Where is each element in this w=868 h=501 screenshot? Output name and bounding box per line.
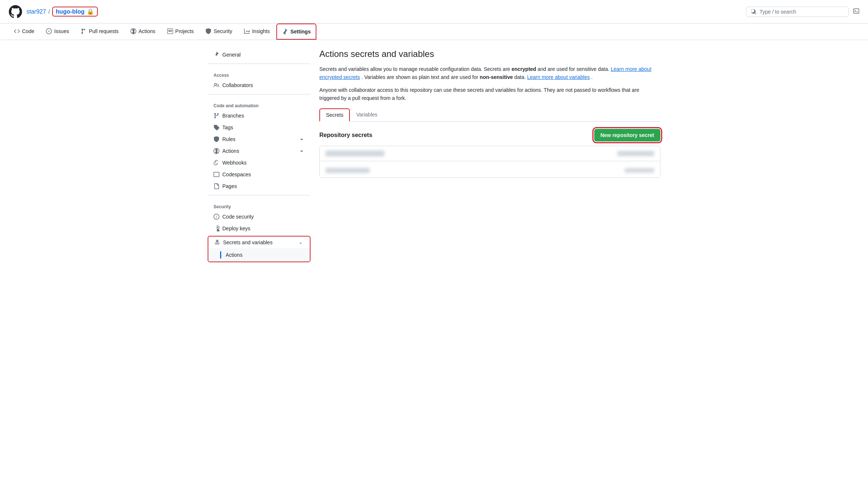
- repo-secrets-section-header: Repository secrets New repository secret: [319, 129, 660, 141]
- sidebar-codespaces-label: Codespaces: [222, 172, 251, 177]
- sidebar-item-general[interactable]: General: [208, 49, 311, 61]
- new-repository-secret-button[interactable]: New repository secret: [594, 129, 660, 141]
- sidebar-code-security-label: Code security: [222, 214, 254, 220]
- sidebar-branches-label: Branches: [222, 113, 244, 119]
- nav-issues-label: Issues: [54, 28, 69, 34]
- lock-icon: 🔒: [87, 8, 94, 15]
- description-1: Secrets and variables allow you to manag…: [319, 65, 660, 82]
- sidebar-secrets-variables-container: Secrets and variables Actions: [208, 236, 311, 262]
- sidebar-item-actions-sub[interactable]: Actions: [208, 248, 310, 262]
- repo-owner[interactable]: star927: [26, 8, 46, 15]
- nav-security[interactable]: Security: [200, 24, 237, 39]
- main-content: Actions secrets and variables Secrets an…: [319, 49, 660, 262]
- asterisk-icon: [214, 239, 220, 245]
- secret-name-blurred: [326, 151, 384, 156]
- sidebar-item-pages[interactable]: Pages: [208, 180, 311, 192]
- repo-breadcrumb: star927 / hugo-blog 🔒: [26, 7, 98, 17]
- nav-projects-label: Projects: [175, 28, 194, 34]
- table-row: [320, 161, 660, 177]
- secret-action-blurred-sm: [625, 168, 654, 173]
- terminal-icon[interactable]: [853, 8, 859, 15]
- nav-insights[interactable]: Insights: [239, 24, 275, 39]
- github-logo[interactable]: [9, 5, 22, 18]
- repo-nav: Code Issues Pull requests Actions Projec…: [0, 24, 868, 40]
- sidebar-webhooks-label: Webhooks: [222, 160, 247, 166]
- nav-pull-requests[interactable]: Pull requests: [76, 24, 124, 39]
- secret-action-blurred: [617, 151, 654, 156]
- sidebar-item-webhooks[interactable]: Webhooks: [208, 157, 311, 169]
- nav-security-label: Security: [214, 28, 232, 34]
- nav-actions[interactable]: Actions: [125, 24, 161, 39]
- tab-variables[interactable]: Variables: [350, 108, 383, 122]
- table-row: [320, 146, 660, 161]
- header-search-area: Type / to search: [746, 7, 859, 17]
- search-placeholder: Type / to search: [760, 9, 796, 15]
- section-title: Repository secrets: [319, 132, 372, 138]
- secrets-table: [319, 146, 660, 178]
- rules-chevron-icon: [299, 136, 305, 142]
- sidebar-item-branches[interactable]: Branches: [208, 110, 311, 122]
- nav-issues[interactable]: Issues: [41, 24, 74, 39]
- tab-secrets[interactable]: Secrets: [319, 108, 350, 122]
- repo-name[interactable]: hugo-blog 🔒: [52, 7, 98, 17]
- sidebar-item-codespaces[interactable]: Codespaces: [208, 169, 311, 180]
- actions-chevron-icon: [299, 148, 305, 154]
- nav-pr-label: Pull requests: [89, 28, 119, 34]
- sidebar-actions-label: Actions: [222, 148, 239, 154]
- nav-settings-label: Settings: [290, 29, 311, 35]
- sidebar-rules-label: Rules: [222, 136, 236, 142]
- nav-code[interactable]: Code: [9, 24, 39, 39]
- nav-projects[interactable]: Projects: [162, 24, 199, 39]
- description-2: Anyone with collaborator access to this …: [319, 86, 660, 102]
- sidebar-pages-label: Pages: [222, 183, 237, 189]
- sidebar-item-actions[interactable]: Actions: [208, 145, 311, 157]
- sidebar-item-tags[interactable]: Tags: [208, 122, 311, 133]
- secrets-variables-tabs: Secrets Variables: [319, 108, 660, 122]
- active-indicator: [220, 251, 221, 259]
- nav-code-label: Code: [22, 28, 34, 34]
- page-title: Actions secrets and variables: [319, 49, 660, 59]
- sidebar-security-section: Security: [208, 198, 311, 211]
- settings-sidebar: General Access Collaborators Code and au…: [208, 49, 311, 262]
- search-box[interactable]: Type / to search: [746, 7, 849, 17]
- nav-insights-label: Insights: [252, 28, 270, 34]
- sidebar-tags-label: Tags: [222, 125, 233, 130]
- sidebar-item-secrets-variables[interactable]: Secrets and variables: [208, 237, 310, 248]
- sidebar-collaborators-label: Collaborators: [222, 82, 253, 88]
- sidebar-item-collaborators[interactable]: Collaborators: [208, 79, 311, 91]
- secrets-chevron-up-icon: [298, 239, 304, 245]
- sidebar-item-code-security[interactable]: Code security: [208, 211, 311, 223]
- secret-name-blurred-sm: [326, 168, 370, 173]
- nav-actions-label: Actions: [139, 28, 155, 34]
- sidebar-general-label: General: [222, 52, 241, 58]
- sidebar-actions-sub-label: Actions: [226, 252, 243, 258]
- header: star927 / hugo-blog 🔒 Type / to search: [0, 0, 868, 24]
- sidebar-secrets-variables-label: Secrets and variables: [223, 239, 273, 245]
- sidebar-code-automation-section: Code and automation: [208, 97, 311, 110]
- nav-settings[interactable]: Settings: [276, 24, 316, 40]
- sidebar-item-rules[interactable]: Rules: [208, 133, 311, 145]
- learn-variables-link[interactable]: Learn more about variables: [527, 74, 590, 80]
- sidebar-access-section: Access: [208, 67, 311, 79]
- sidebar-item-deploy-keys[interactable]: Deploy keys: [208, 223, 311, 234]
- sidebar-deploy-keys-label: Deploy keys: [222, 226, 250, 231]
